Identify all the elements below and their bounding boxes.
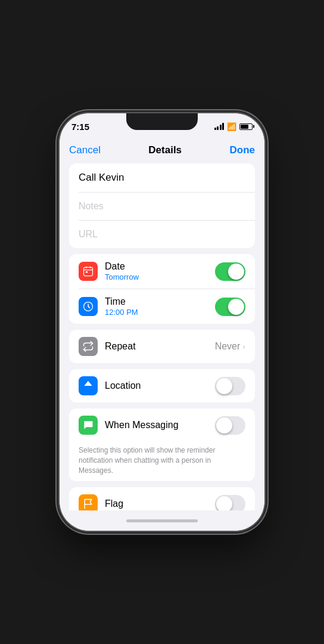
- home-bar: [126, 519, 198, 522]
- repeat-label-wrapper: Repeat: [105, 341, 215, 352]
- done-button[interactable]: Done: [229, 144, 255, 156]
- time-icon: [79, 297, 98, 316]
- repeat-row[interactable]: Repeat Never ›: [69, 330, 255, 363]
- repeat-icon: [79, 337, 98, 356]
- date-toggle[interactable]: [215, 262, 245, 281]
- page-title: Details: [148, 144, 182, 156]
- svg-rect-0: [84, 267, 93, 275]
- calendar-svg: [82, 265, 94, 277]
- repeat-svg: [82, 340, 94, 352]
- messaging-description: Selecting this option will show the remi…: [69, 442, 255, 481]
- phone-frame: 7:15 📶 Cancel Details Done: [60, 113, 264, 531]
- messaging-row: When Messaging: [69, 408, 255, 442]
- location-icon: [79, 376, 98, 395]
- status-time: 7:15: [71, 122, 89, 132]
- location-title: Location: [105, 380, 215, 391]
- location-card: Location: [69, 369, 255, 402]
- location-label-wrapper: Location: [105, 380, 215, 391]
- date-row: Date Tomorrow: [69, 254, 255, 289]
- phone-inner: 7:15 📶 Cancel Details Done: [60, 113, 264, 531]
- repeat-value: Never: [215, 341, 241, 352]
- wifi-icon: 📶: [227, 122, 236, 131]
- nav-bar: Cancel Details Done: [60, 140, 264, 163]
- date-value: Tomorrow: [105, 273, 215, 281]
- location-toggle[interactable]: [215, 377, 245, 395]
- title-notes-card: [69, 163, 255, 248]
- messaging-label-wrapper: When Messaging: [105, 420, 215, 431]
- location-svg: [82, 380, 94, 392]
- status-icons: 📶: [214, 122, 253, 131]
- message-svg: [82, 419, 94, 431]
- cancel-button[interactable]: Cancel: [69, 144, 101, 156]
- clock-svg: [82, 301, 94, 312]
- home-indicator: [60, 510, 264, 531]
- location-row: Location: [69, 369, 255, 402]
- time-toggle[interactable]: [215, 298, 245, 316]
- flag-svg: [82, 498, 94, 510]
- time-row: Time 12:00 PM: [69, 289, 255, 324]
- notes-input[interactable]: [69, 193, 255, 220]
- repeat-card: Repeat Never ›: [69, 330, 255, 363]
- svg-rect-1: [86, 267, 87, 268]
- flag-icon: [79, 494, 98, 510]
- messaging-toggle[interactable]: [215, 416, 245, 435]
- repeat-chevron: ›: [242, 342, 245, 351]
- time-title: Time: [105, 296, 215, 307]
- notch: [126, 113, 198, 130]
- flag-row: Flag: [69, 487, 255, 510]
- svg-rect-2: [90, 267, 91, 268]
- messaging-title: When Messaging: [105, 420, 215, 431]
- time-value: 12:00 PM: [105, 308, 215, 317]
- scrollable-content: Date Tomorrow: [60, 163, 264, 510]
- date-time-card: Date Tomorrow: [69, 254, 255, 324]
- flag-title: Flag: [105, 499, 215, 509]
- flag-card: Flag: [69, 487, 255, 510]
- flag-toggle[interactable]: [215, 495, 245, 510]
- date-label: Date Tomorrow: [105, 261, 215, 281]
- messaging-card: When Messaging Selecting this option wil…: [69, 408, 255, 481]
- flag-label-wrapper: Flag: [105, 499, 215, 509]
- screen-content: Cancel Details Done: [60, 140, 264, 531]
- messaging-icon: [79, 416, 98, 435]
- signal-icon: [214, 123, 225, 130]
- battery-icon: [239, 123, 253, 130]
- title-input[interactable]: [69, 163, 255, 192]
- date-title: Date: [105, 261, 215, 272]
- date-icon: [79, 262, 98, 281]
- time-label: Time 12:00 PM: [105, 296, 215, 317]
- svg-rect-3: [86, 271, 88, 273]
- repeat-title: Repeat: [105, 341, 215, 352]
- url-input[interactable]: [69, 221, 255, 248]
